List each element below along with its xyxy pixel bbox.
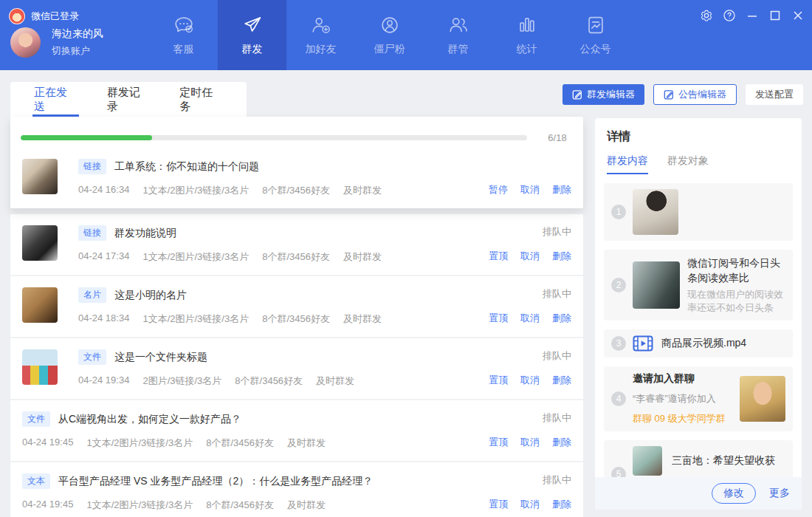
item-number-badge: 4 — [611, 391, 626, 406]
settings-gear-icon[interactable] — [699, 8, 713, 22]
queue-item: 文件 这是一个文件夹标题 04-24 19:34 2图片/3链接/3名片 8个群… — [10, 337, 583, 399]
message-time: 04-24 19:45 — [22, 436, 73, 450]
detail-title: 详情 — [607, 129, 790, 145]
help-icon[interactable] — [722, 8, 736, 22]
switch-account-link[interactable]: 切换账户 — [52, 44, 103, 58]
message-time: 04-24 19:34 — [78, 374, 129, 388]
cancel-action[interactable]: 取消 — [520, 312, 540, 325]
header: 微信已登录 海边来的风 切换账户 客服 群发 — [0, 0, 812, 70]
tab-sending[interactable]: 正在发送 — [34, 82, 78, 117]
delete-action[interactable]: 删除 — [552, 183, 571, 196]
personal-card-text: 三亩地：希望失望收获 — [672, 454, 775, 468]
item-number-badge: 2 — [611, 278, 626, 292]
announcement-editor-button[interactable]: 公告编辑器 — [653, 84, 737, 105]
more-link[interactable]: 更多 — [769, 487, 790, 500]
message-audience: 8个群/3456好友 — [206, 499, 274, 512]
tab-send-history[interactable]: 群发记录 — [107, 82, 151, 117]
pin-action[interactable]: 置顶 — [489, 250, 508, 263]
send-plane-icon — [241, 14, 264, 36]
message-mode: 及时群发 — [343, 250, 382, 264]
message-title: 这是小明的名片 — [114, 289, 187, 302]
close-icon[interactable] — [791, 8, 805, 22]
queue-status: 排队中 — [543, 225, 571, 239]
delete-action[interactable]: 删除 — [552, 498, 571, 511]
nav-item-zombie-fans[interactable]: 僵尸粉 — [355, 0, 424, 70]
nav-item-mass-send[interactable]: 群发 — [218, 0, 286, 70]
cancel-action[interactable]: 取消 — [520, 374, 540, 387]
user-block: 海边来的风 切换账户 — [10, 27, 103, 58]
user-name: 海边来的风 — [52, 27, 103, 41]
cancel-action[interactable]: 取消 — [520, 250, 540, 263]
nav-item-add-friend[interactable]: 加好友 — [286, 0, 355, 70]
item-number-badge: 1 — [611, 205, 626, 219]
message-counts: 1文本/2图片/3链接/3名片 — [86, 499, 193, 512]
cancel-action[interactable]: 取消 — [520, 183, 540, 196]
delete-action[interactable]: 删除 — [552, 374, 571, 387]
invite-group-name: 群聊 09 级大学同学群 — [633, 412, 734, 425]
edit-icon — [572, 89, 582, 100]
message-type-tag: 名片 — [78, 287, 106, 303]
tab-scheduled-tasks[interactable]: 定时任务 — [179, 82, 223, 117]
nav-item-group-manage[interactable]: 群管 — [424, 0, 492, 70]
edit-icon — [664, 89, 674, 100]
zombie-fan-icon — [379, 14, 401, 36]
pin-action[interactable]: 置顶 — [489, 374, 508, 387]
pin-action[interactable]: 置顶 — [489, 312, 508, 325]
message-thumbnail — [22, 225, 58, 261]
nav-item-official-account[interactable]: 公众号 — [561, 0, 630, 70]
pin-action[interactable]: 置顶 — [489, 436, 508, 449]
progress-row: 6/18 — [10, 117, 583, 148]
invite-text: “李睿睿”邀请你加入 — [633, 392, 734, 405]
message-type-tag: 文件 — [22, 411, 50, 427]
message-counts: 1文本/2图片/3链接/3名片 — [142, 250, 249, 264]
group-manage-icon — [447, 14, 469, 36]
pause-action[interactable]: 暂停 — [489, 183, 508, 196]
pin-action[interactable]: 置顶 — [489, 498, 508, 511]
message-time: 04-24 16:34 — [78, 184, 129, 197]
delete-action[interactable]: 删除 — [552, 250, 571, 263]
queue-status: 排队中 — [543, 473, 571, 487]
nav-label: 僵尸粉 — [374, 43, 405, 56]
video-filename: 商品展示视频.mp4 — [661, 337, 746, 350]
detail-panel: 详情 群发内容 群发对象 1 2 微信订阅号和今日头条阅读效率比 现在微信用户的… — [595, 118, 802, 510]
message-audience: 8个群/3456好友 — [206, 436, 274, 450]
announcement-editor-label: 公告编辑器 — [678, 88, 726, 101]
message-mode: 及时群发 — [343, 184, 382, 197]
tab-mass-content[interactable]: 群发内容 — [607, 154, 648, 174]
invite-image — [740, 376, 785, 422]
toolbar: 群发编辑器 公告编辑器 发送配置 — [562, 84, 803, 105]
queue-item: 名片 这是小明的名片 04-24 18:34 1文本/2图片/3链接/3名片 8… — [10, 275, 583, 337]
nav-item-statistics[interactable]: 统计 — [492, 0, 561, 70]
item-number-badge: 3 — [611, 336, 626, 351]
stats-bars-icon — [516, 14, 538, 36]
tab-mass-targets[interactable]: 群发对象 — [667, 154, 709, 174]
maximize-icon[interactable] — [768, 8, 782, 22]
nav-item-customer-service[interactable]: 客服 — [149, 0, 218, 70]
delete-action[interactable]: 删除 — [552, 436, 571, 449]
delete-action[interactable]: 删除 — [552, 312, 571, 325]
message-audience: 8个群/3456好友 — [262, 250, 330, 264]
content-image — [633, 261, 680, 309]
message-counts: 1文本/2图片/3链接/3名片 — [142, 184, 249, 197]
personal-card-image — [633, 446, 662, 476]
message-counts: 1文本/2图片/3链接/3名片 — [86, 436, 193, 450]
message-audience: 8个群/3456好友 — [262, 184, 330, 197]
send-config-button[interactable]: 发送配置 — [746, 84, 803, 105]
modify-button[interactable]: 修改 — [712, 483, 756, 504]
cancel-action[interactable]: 取消 — [520, 436, 540, 449]
queue-item-sending: 链接 工单系统：你不知道的十个问题 04-24 16:34 1文本/2图片/3链… — [10, 148, 583, 208]
minimize-icon[interactable] — [745, 8, 759, 22]
message-type-tag: 链接 — [78, 159, 106, 174]
message-audience: 8个群/3456好友 — [262, 312, 330, 326]
message-title: 从C端视角出发，如何定义一款好产品？ — [58, 413, 241, 426]
mass-editor-button[interactable]: 群发编辑器 — [562, 84, 644, 105]
cancel-action[interactable]: 取消 — [520, 498, 540, 511]
nav-label: 统计 — [517, 43, 537, 56]
window-controls — [699, 8, 805, 22]
progress-fill — [21, 135, 152, 140]
message-title: 平台型产品经理 VS 业务型产品经理（2）：什么是业务型产品经理？ — [58, 475, 373, 488]
queue-item: 文件 从C端视角出发，如何定义一款好产品？ 04-24 19:45 1文本/2图… — [10, 399, 583, 461]
content-item-video: 3 商品展示视频.mp4 — [604, 329, 793, 357]
queue-item: 链接 群发功能说明 04-24 17:34 1文本/2图片/3链接/3名片 8个… — [10, 214, 583, 275]
message-type-tag: 文本 — [22, 473, 50, 489]
